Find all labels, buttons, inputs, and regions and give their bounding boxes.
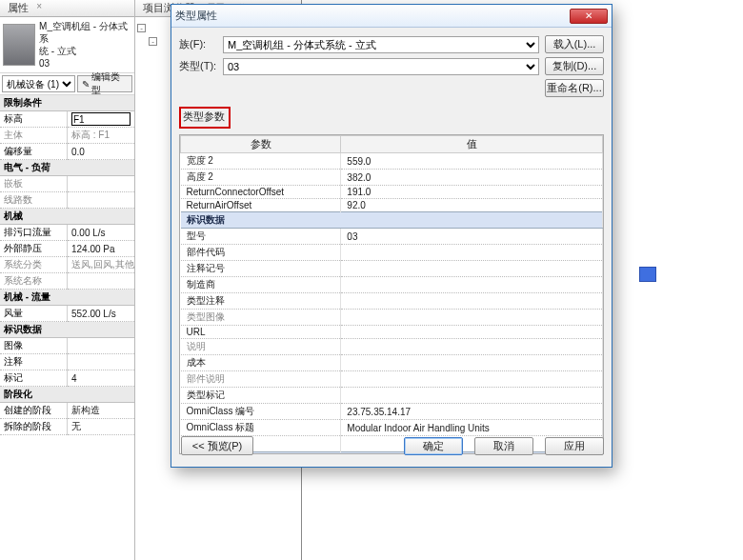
cat-identity[interactable]: 标识数据 bbox=[0, 322, 134, 338]
param-value[interactable] bbox=[341, 277, 603, 293]
p-offset-val[interactable]: 0.0 bbox=[68, 144, 135, 160]
param-value[interactable] bbox=[341, 326, 603, 339]
param-row: OmniClass 编号23.75.35.14.17 bbox=[181, 404, 603, 420]
cat-mechflow[interactable]: 机械 - 流量 bbox=[0, 290, 134, 306]
param-value[interactable]: 92.0 bbox=[341, 199, 603, 212]
expand-icon[interactable]: - bbox=[137, 24, 146, 32]
cat-electrical[interactable]: 电气 - 负荷 bbox=[0, 160, 134, 176]
family-select[interactable]: M_空调机组 - 分体式系统 - 立式 bbox=[223, 36, 539, 53]
dialog-footer: << 预览(P) 确定 取消 应用 bbox=[179, 432, 604, 459]
p-foul-val[interactable]: 0.00 L/s bbox=[68, 225, 135, 241]
param-name: URL bbox=[181, 326, 341, 339]
dialog-titlebar[interactable]: 类型属性 ✕ bbox=[171, 5, 612, 28]
cat-phasing[interactable]: 阶段化 bbox=[0, 387, 134, 403]
p-demo-val[interactable]: 无 bbox=[68, 419, 135, 435]
param-row: 高度 2382.0 bbox=[181, 170, 603, 186]
close-icon: ✕ bbox=[585, 10, 592, 21]
param-value[interactable] bbox=[341, 355, 603, 371]
p-circuits-val[interactable] bbox=[68, 192, 135, 209]
p-esp-lbl: 外部静压 bbox=[0, 241, 68, 257]
param-row: ReturnAirOffset92.0 bbox=[181, 199, 603, 212]
family-label: 族(F): bbox=[179, 37, 223, 51]
rename-button[interactable]: 重命名(R)... bbox=[545, 79, 604, 97]
p-air-val[interactable]: 552.00 L/s bbox=[68, 306, 135, 322]
load-button[interactable]: 载入(L)... bbox=[545, 35, 604, 53]
type-params-title-highlight: 类型参数 bbox=[179, 107, 231, 129]
duplicate-button[interactable]: 复制(D)... bbox=[545, 57, 604, 75]
param-name: 部件代码 bbox=[181, 245, 341, 261]
p-created-val[interactable]: 新构造 bbox=[68, 403, 135, 419]
cat-mech[interactable]: 机械 bbox=[0, 209, 134, 225]
close-icon[interactable]: × bbox=[36, 1, 42, 11]
param-name: 注释记号 bbox=[181, 261, 341, 277]
apply-button[interactable]: 应用 bbox=[545, 437, 604, 455]
p-sysclass-val: 送风,回风,其他,卫... bbox=[68, 257, 135, 273]
p-panel-lbl: 嵌板 bbox=[0, 176, 68, 192]
param-value[interactable]: 191.0 bbox=[341, 186, 603, 199]
param-row: ReturnConnectorOffset191.0 bbox=[181, 186, 603, 199]
type-select[interactable]: 03 bbox=[223, 58, 539, 75]
family-row: 族(F): M_空调机组 - 分体式系统 - 立式 载入(L)... bbox=[179, 35, 604, 53]
param-value[interactable]: 03 bbox=[341, 229, 603, 245]
param-value[interactable]: 559.0 bbox=[341, 153, 603, 170]
p-mark-val[interactable]: 4 bbox=[68, 370, 135, 387]
param-name: OmniClass 编号 bbox=[181, 404, 341, 420]
type-selector[interactable]: M_空调机组 - 分体式系 统 - 立式 03 bbox=[0, 17, 134, 73]
ok-button[interactable]: 确定 bbox=[404, 437, 463, 455]
param-name: 部件说明 bbox=[181, 371, 341, 388]
param-value[interactable] bbox=[341, 261, 603, 277]
type-name: M_空调机组 - 分体式系 统 - 立式 03 bbox=[39, 20, 131, 70]
type-name-l3: 03 bbox=[39, 57, 131, 70]
p-level-input[interactable] bbox=[71, 112, 131, 126]
param-name: 高度 2 bbox=[181, 170, 341, 186]
param-value[interactable] bbox=[341, 245, 603, 261]
param-name: ReturnAirOffset bbox=[181, 199, 341, 212]
p-mark-lbl: 标记 bbox=[0, 370, 68, 387]
type-thumbnail bbox=[3, 24, 35, 66]
param-value[interactable] bbox=[341, 310, 603, 326]
param-value[interactable]: 382.0 bbox=[341, 170, 603, 186]
param-name: 宽度 2 bbox=[181, 153, 341, 170]
param-value[interactable] bbox=[341, 388, 603, 404]
edit-type-label: 编辑类型 bbox=[91, 70, 128, 97]
param-name: 型号 bbox=[181, 229, 341, 245]
param-row: 类型标记 bbox=[181, 388, 603, 404]
cancel-button[interactable]: 取消 bbox=[474, 437, 533, 455]
param-row: 类型图像 bbox=[181, 310, 603, 326]
properties-tab[interactable]: 属性 × bbox=[4, 0, 46, 16]
p-img-val[interactable] bbox=[68, 338, 135, 354]
category-filter-select[interactable]: 机械设备 (1) bbox=[2, 75, 75, 92]
param-value[interactable] bbox=[341, 339, 603, 355]
type-properties-dialog: 类型属性 ✕ 族(F): M_空调机组 - 分体式系统 - 立式 载入(L)..… bbox=[171, 4, 612, 468]
param-value[interactable]: 23.75.35.14.17 bbox=[341, 404, 603, 420]
param-row: URL bbox=[181, 326, 603, 339]
param-name: 类型注释 bbox=[181, 293, 341, 310]
p-comment-lbl: 注释 bbox=[0, 354, 68, 370]
col-header-value[interactable]: 值 bbox=[341, 136, 603, 153]
grp-identity[interactable]: 标识数据 bbox=[181, 212, 603, 229]
selected-element-marker[interactable] bbox=[639, 267, 656, 282]
p-panel-val[interactable] bbox=[68, 176, 135, 192]
p-esp-val[interactable]: 124.00 Pa bbox=[68, 241, 135, 257]
param-value[interactable] bbox=[341, 371, 603, 388]
dialog-close-button[interactable]: ✕ bbox=[570, 9, 608, 24]
expand-icon[interactable]: - bbox=[149, 37, 157, 46]
p-comment-val[interactable] bbox=[68, 354, 135, 370]
p-offset-lbl: 偏移量 bbox=[0, 144, 68, 160]
param-row: 部件说明 bbox=[181, 371, 603, 388]
col-header-param[interactable]: 参数 bbox=[181, 136, 341, 153]
type-row: 类型(T): 03 复制(D)... bbox=[179, 57, 604, 75]
edit-type-button[interactable]: ✎ 编辑类型 bbox=[77, 75, 132, 92]
param-row: 注释记号 bbox=[181, 261, 603, 277]
p-img-lbl: 图像 bbox=[0, 338, 68, 354]
param-value[interactable] bbox=[341, 293, 603, 310]
type-param-grid: 参数 值 宽度 2559.0高度 2382.0ReturnConnectorOf… bbox=[180, 135, 603, 454]
p-sysclass-lbl: 系统分类 bbox=[0, 257, 68, 273]
preview-button[interactable]: << 预览(P) bbox=[181, 436, 253, 455]
p-air-lbl: 风量 bbox=[0, 306, 68, 322]
param-name: 成本 bbox=[181, 355, 341, 371]
param-row: 型号03 bbox=[181, 229, 603, 245]
filter-row: 机械设备 (1) ✎ 编辑类型 bbox=[0, 73, 134, 95]
cat-constraints[interactable]: 限制条件 bbox=[0, 95, 134, 111]
p-host-lbl: 主体 bbox=[0, 128, 68, 144]
